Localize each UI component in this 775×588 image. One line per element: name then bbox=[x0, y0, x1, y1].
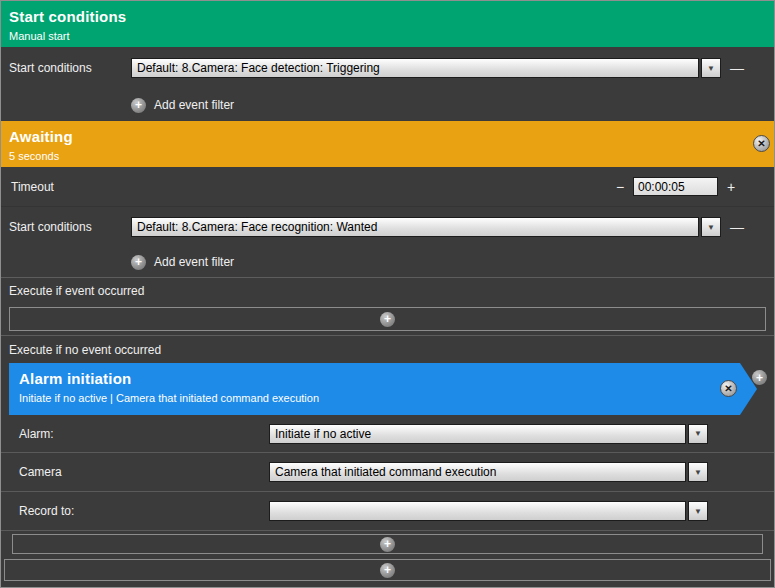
add-action-row: + bbox=[1, 303, 774, 335]
plus-circle-icon: + bbox=[131, 255, 146, 270]
awaiting-title: Awaiting bbox=[9, 128, 764, 145]
alarm-initiation-title: Alarm initiation bbox=[19, 370, 757, 387]
camera-dropdown-group: Camera that initiated command execution … bbox=[269, 462, 708, 482]
start-conditions-label: Start conditions bbox=[9, 61, 131, 75]
alarm-dropdown-value: Initiate if no active bbox=[275, 427, 371, 441]
start-conditions-title: Start conditions bbox=[9, 8, 764, 25]
add-action-plus-button[interactable]: + bbox=[752, 370, 767, 385]
execute-if-no-event-label: Execute if no event occurred bbox=[9, 343, 161, 357]
start-condition-row: Start conditions Default: 8.Camera: Face… bbox=[1, 47, 774, 89]
camera-dropdown-arrow-button[interactable]: ▼ bbox=[688, 462, 708, 482]
add-event-filter-button[interactable]: + Add event filter bbox=[1, 89, 774, 121]
record-to-dropdown-arrow-button[interactable]: ▼ bbox=[688, 501, 708, 521]
chevron-down-icon: ▼ bbox=[694, 468, 702, 477]
chevron-down-icon: ▼ bbox=[707, 64, 715, 73]
add-event-filter-label: Add event filter bbox=[154, 98, 234, 112]
add-parameter-row: + bbox=[1, 531, 774, 557]
close-icon[interactable]: ✕ bbox=[753, 135, 770, 152]
add-command-button[interactable]: + bbox=[4, 559, 771, 581]
add-event-filter-label: Add event filter bbox=[154, 255, 234, 269]
chevron-down-icon: ▼ bbox=[694, 429, 702, 438]
record-to-label: Record to: bbox=[19, 504, 269, 518]
add-parameter-button[interactable]: + bbox=[12, 534, 763, 554]
timeout-controls: − + bbox=[614, 177, 737, 196]
alarm-dropdown-group: Initiate if no active ▼ bbox=[269, 424, 708, 444]
remove-event-filter-button[interactable]: — bbox=[730, 220, 744, 234]
timeout-label: Timeout bbox=[11, 180, 54, 194]
record-to-dropdown-group: ▼ bbox=[269, 501, 708, 521]
start-condition-dropdown[interactable]: Default: 8.Camera: Face detection: Trigg… bbox=[131, 58, 699, 78]
alarm-dropdown-arrow-button[interactable]: ▼ bbox=[688, 424, 708, 444]
execute-if-event-label: Execute if event occurred bbox=[9, 284, 144, 298]
plus-circle-icon: + bbox=[380, 312, 395, 327]
plus-circle-icon: + bbox=[380, 537, 395, 552]
add-command-row: + bbox=[1, 557, 774, 588]
add-action-button[interactable]: + bbox=[9, 307, 766, 331]
camera-label: Camera bbox=[19, 465, 269, 479]
plus-circle-icon: + bbox=[131, 98, 146, 113]
add-event-filter-button[interactable]: + Add event filter bbox=[1, 247, 774, 277]
alarm-row: Alarm: Initiate if no active ▼ bbox=[1, 415, 774, 453]
start-conditions-subtitle: Manual start bbox=[9, 30, 764, 42]
chevron-down-icon: ▼ bbox=[707, 223, 715, 232]
awaiting-condition-dropdown-arrow-button[interactable]: ▼ bbox=[701, 217, 721, 237]
camera-dropdown-value: Camera that initiated command execution bbox=[275, 465, 496, 479]
camera-dropdown[interactable]: Camera that initiated command execution bbox=[269, 462, 686, 482]
alarm-initiation-banner-row: Alarm initiation Initiate if no active |… bbox=[1, 363, 774, 415]
remove-event-filter-button[interactable]: — bbox=[730, 61, 744, 75]
timeout-increase-button[interactable]: + bbox=[725, 180, 737, 194]
alarm-initiation-subtitle: Initiate if no active | Camera that init… bbox=[19, 392, 757, 404]
alarm-dropdown[interactable]: Initiate if no active bbox=[269, 424, 686, 444]
plus-circle-icon: + bbox=[380, 563, 395, 578]
macro-editor-panel: Start conditions Manual start Start cond… bbox=[0, 0, 775, 588]
awaiting-condition-dropdown-group: Default: 8.Camera: Face recognition: Wan… bbox=[131, 217, 744, 237]
timeout-row: Timeout − + bbox=[1, 167, 774, 207]
timeout-decrease-button[interactable]: − bbox=[614, 180, 626, 194]
start-conditions-header[interactable]: Start conditions Manual start bbox=[1, 1, 774, 47]
record-to-row: Record to: ▼ bbox=[1, 492, 774, 531]
awaiting-condition-dropdown[interactable]: Default: 8.Camera: Face recognition: Wan… bbox=[131, 217, 699, 237]
camera-row: Camera Camera that initiated command exe… bbox=[1, 453, 774, 492]
alarm-initiation-header[interactable]: Alarm initiation Initiate if no active |… bbox=[9, 363, 757, 415]
execute-if-event-section: Execute if event occurred bbox=[1, 277, 774, 303]
awaiting-condition-row: Start conditions Default: 8.Camera: Face… bbox=[1, 207, 774, 247]
timeout-input[interactable] bbox=[633, 177, 718, 196]
awaiting-conditions-label: Start conditions bbox=[9, 220, 131, 234]
awaiting-subtitle: 5 seconds bbox=[9, 150, 764, 162]
alarm-label: Alarm: bbox=[19, 427, 269, 441]
awaiting-header[interactable]: Awaiting 5 seconds ✕ bbox=[1, 121, 774, 167]
start-condition-dropdown-arrow-button[interactable]: ▼ bbox=[701, 58, 721, 78]
start-condition-dropdown-value: Default: 8.Camera: Face detection: Trigg… bbox=[137, 61, 380, 75]
close-icon[interactable]: ✕ bbox=[720, 380, 737, 397]
awaiting-condition-dropdown-value: Default: 8.Camera: Face recognition: Wan… bbox=[137, 220, 377, 234]
start-condition-dropdown-group: Default: 8.Camera: Face detection: Trigg… bbox=[131, 58, 744, 78]
chevron-down-icon: ▼ bbox=[694, 507, 702, 516]
execute-if-no-event-section: Execute if no event occurred bbox=[1, 335, 774, 363]
record-to-dropdown[interactable] bbox=[269, 501, 686, 521]
